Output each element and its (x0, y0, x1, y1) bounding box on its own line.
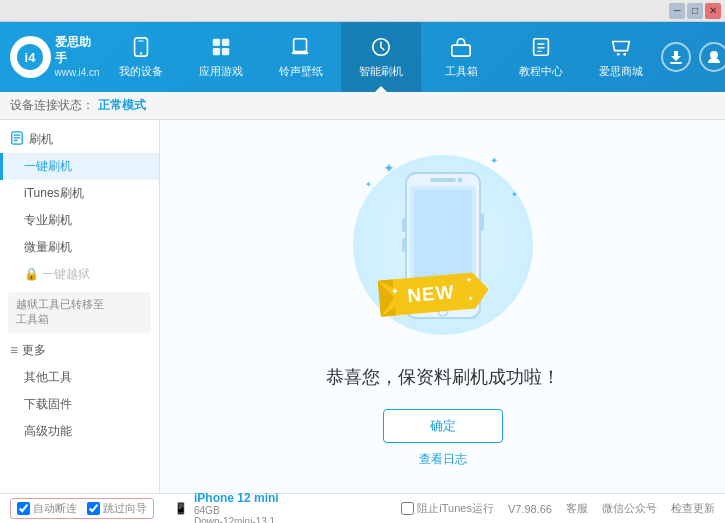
sidebar-item-download-firmware[interactable]: 下载固件 (0, 391, 159, 418)
sidebar-section-more-label: 更多 (22, 342, 46, 359)
svg-point-30 (457, 177, 462, 182)
smart-flash-nav-label: 智能刷机 (359, 64, 403, 79)
apps-games-nav-icon (210, 36, 232, 60)
star-icon-4: ✦ (365, 180, 372, 189)
wechat-link[interactable]: 微信公众号 (602, 501, 657, 516)
svg-rect-9 (294, 38, 307, 51)
svg-rect-33 (402, 238, 406, 252)
sidebar-section-flash-label: 刷机 (29, 131, 53, 148)
content-area: ✦ ✦ ✦ ✦ (160, 120, 725, 493)
sidebar-item-jailbreak: 🔒一键越狱 (0, 261, 159, 288)
sidebar-item-itunes-flash[interactable]: iTunes刷机 (0, 180, 159, 207)
bottom-left: 自动断连 跳过向导 📱 iPhone 12 mini 64GB Down-12m… (10, 491, 279, 524)
logo-area: i4 爱思助手 www.i4.cn (10, 35, 101, 79)
ringtones-nav-icon (290, 36, 312, 60)
user-button[interactable] (699, 42, 725, 72)
svg-text:✦: ✦ (465, 276, 473, 286)
store-nav-icon (610, 36, 632, 60)
nav-item-toolbox[interactable]: 工具箱 (421, 22, 501, 92)
svg-rect-19 (670, 62, 682, 64)
main-area: 刷机 一键刷机 iTunes刷机 专业刷机 微量刷机 🔒一键越狱 越狱工具已转移… (0, 120, 725, 493)
svg-rect-10 (292, 51, 309, 54)
device-info: 📱 iPhone 12 mini 64GB Down-12mini-13.1 (174, 491, 279, 524)
support-link[interactable]: 客服 (566, 501, 588, 516)
svg-rect-7 (213, 47, 220, 54)
svg-rect-22 (14, 135, 21, 136)
sidebar-item-other-tools[interactable]: 其他工具 (0, 364, 159, 391)
svg-rect-31 (480, 213, 484, 231)
sidebar-item-advanced[interactable]: 高级功能 (0, 418, 159, 445)
svg-point-20 (710, 51, 718, 59)
sidebar-item-save-flash[interactable]: 微量刷机 (0, 234, 159, 261)
svg-rect-12 (452, 45, 470, 56)
ringtones-nav-label: 铃声壁纸 (279, 64, 323, 79)
sidebar-section-flash[interactable]: 刷机 (0, 126, 159, 153)
toolbox-nav-label: 工具箱 (445, 64, 478, 79)
apps-games-nav-label: 应用游戏 (199, 64, 243, 79)
update-link[interactable]: 检查更新 (671, 501, 715, 516)
star-icon-3: ✦ (511, 190, 518, 199)
stop-itunes-btn[interactable]: 阻止iTunes运行 (401, 501, 494, 516)
skip-wizard-label[interactable]: 跳过向导 (87, 501, 147, 516)
device-model: Down-12mini-13.1 (194, 516, 279, 524)
svg-rect-24 (14, 140, 18, 141)
bottom-right: 阻止iTunes运行 V7.98.66 客服 微信公众号 检查更新 (401, 501, 715, 516)
logo-icon: i4 (10, 36, 51, 78)
nav-item-my-device[interactable]: 我的设备 (101, 22, 181, 92)
more-section-icon: ≡ (10, 342, 18, 358)
nav-item-tutorial[interactable]: 教程中心 (501, 22, 581, 92)
header: i4 爱思助手 www.i4.cn 我的设备应用游戏铃声壁纸智能刷机工具箱教程中… (0, 22, 725, 92)
nav-item-smart-flash[interactable]: 智能刷机 (341, 22, 421, 92)
success-text: 恭喜您，保资料刷机成功啦！ (326, 365, 560, 389)
svg-text:NEW: NEW (406, 281, 455, 306)
star-icon-1: ✦ (383, 160, 395, 176)
my-device-nav-icon (130, 36, 152, 60)
toolbox-nav-icon (450, 36, 472, 60)
svg-rect-23 (14, 137, 21, 138)
logo-text: 爱思助手 www.i4.cn (55, 35, 101, 79)
stop-itunes-checkbox[interactable] (401, 502, 414, 515)
my-device-nav-label: 我的设备 (119, 64, 163, 79)
device-storage: 64GB (194, 505, 279, 516)
sidebar-notice-jailbreak: 越狱工具已转移至 工具箱 (8, 292, 151, 333)
checkboxes-area: 自动断连 跳过向导 (10, 498, 154, 519)
sidebar-item-pro-flash[interactable]: 专业刷机 (0, 207, 159, 234)
nav-item-store[interactable]: 爱思商城 (581, 22, 661, 92)
minimize-button[interactable]: ─ (669, 3, 685, 19)
phone-illustration: ✦ ✦ ✦ ✦ (343, 145, 543, 345)
nav-item-apps-games[interactable]: 应用游戏 (181, 22, 261, 92)
svg-point-17 (617, 52, 620, 55)
view-log-link[interactable]: 查看日志 (419, 451, 467, 468)
svg-rect-29 (430, 178, 456, 182)
nav-item-ringtones[interactable]: 铃声壁纸 (261, 22, 341, 92)
svg-point-3 (140, 52, 142, 54)
tutorial-nav-icon (530, 36, 552, 60)
version-label: V7.98.66 (508, 503, 552, 515)
svg-rect-5 (213, 38, 220, 45)
header-right (661, 42, 725, 72)
svg-rect-6 (222, 38, 229, 45)
auto-disconnect-label[interactable]: 自动断连 (17, 501, 77, 516)
svg-rect-8 (222, 47, 229, 54)
tutorial-nav-label: 教程中心 (519, 64, 563, 79)
close-button[interactable]: ✕ (705, 3, 721, 19)
svg-rect-16 (537, 50, 542, 51)
sidebar-section-more[interactable]: ≡ 更多 (0, 337, 159, 364)
auto-disconnect-checkbox[interactable] (17, 502, 30, 515)
bottom-bar: 自动断连 跳过向导 📱 iPhone 12 mini 64GB Down-12m… (0, 493, 725, 523)
star-icon-2: ✦ (490, 155, 498, 166)
sidebar-item-one-click-flash[interactable]: 一键刷机 (0, 153, 159, 180)
svg-point-18 (623, 52, 626, 55)
confirm-button[interactable]: 确定 (383, 409, 503, 443)
sidebar: 刷机 一键刷机 iTunes刷机 专业刷机 微量刷机 🔒一键越狱 越狱工具已转移… (0, 120, 160, 493)
download-button[interactable] (661, 42, 691, 72)
status-label: 设备连接状态： (10, 97, 94, 114)
svg-rect-14 (537, 43, 544, 44)
status-bar: 设备连接状态： 正常模式 (0, 92, 725, 120)
maximize-button[interactable]: □ (687, 3, 703, 19)
title-bar: ─ □ ✕ (0, 0, 725, 22)
new-ribbon: NEW ✦ ✦ ✦ (376, 261, 491, 331)
flash-section-icon (10, 131, 24, 148)
nav-bar: 我的设备应用游戏铃声壁纸智能刷机工具箱教程中心爱思商城 (101, 22, 661, 92)
skip-wizard-checkbox[interactable] (87, 502, 100, 515)
